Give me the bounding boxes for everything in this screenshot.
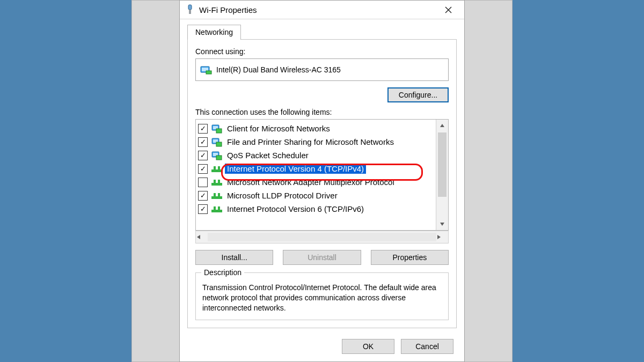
component-label: Internet Protocol Version 6 (TCP/IPv6) [225,204,366,214]
svg-rect-11 [216,129,222,133]
svg-rect-18 [211,169,222,172]
component-item[interactable]: ✓Internet Protocol Version 4 (TCP/IPv4) [198,162,436,175]
adapter-icon [185,4,195,15]
svg-marker-30 [440,124,444,127]
description-legend: Description [201,268,244,278]
tab-networking-panel: Connect using: Intel(R) Dual Band Wirele… [187,39,457,328]
items-label: This connection uses the following items… [195,108,449,116]
ok-button[interactable]: OK [342,339,394,354]
horizontal-scrollbar[interactable] [195,231,449,243]
component-item[interactable]: ✓QoS Packet Scheduler [198,149,436,162]
connect-using-label: Connect using: [195,47,449,56]
components-listbox[interactable]: ✓Client for Microsoft Networks✓File and … [195,119,449,231]
install-button[interactable]: Install... [195,250,273,265]
component-item[interactable]: ✓Internet Protocol Version 6 (TCP/IPv6) [198,202,436,216]
scroll-right-arrow-icon[interactable] [436,234,448,240]
component-label: Microsoft Network Adapter Multiplexor Pr… [225,177,397,187]
scroll-thumb[interactable] [438,132,447,197]
tab-networking[interactable]: Networking [187,25,241,40]
properties-button[interactable]: Properties [371,250,449,265]
svg-marker-33 [437,235,441,239]
svg-rect-21 [211,183,222,186]
description-group: Description Transmission Control Protoco… [195,272,449,320]
adapter-field[interactable]: Intel(R) Dual Band Wireless-AC 3165 [195,58,449,81]
hscroll-track[interactable] [208,233,436,241]
svg-rect-26 [218,193,220,197]
component-label: File and Printer Sharing for Microsoft N… [225,137,396,147]
close-button[interactable] [436,1,460,18]
description-text: Transmission Control Protocol/Internet P… [202,283,442,313]
component-label: Client for Microsoft Networks [225,123,332,134]
dialog-footer: OK Cancel [180,334,464,361]
svg-rect-8 [206,71,211,74]
svg-rect-24 [211,196,222,199]
component-checkbox[interactable]: ✓ [198,178,208,187]
component-checkbox[interactable]: ✓ [198,164,208,174]
svg-rect-20 [218,166,220,170]
svg-rect-22 [214,180,216,183]
component-item[interactable]: ✓Client for Microsoft Networks [198,122,436,135]
client-icon [211,124,222,134]
nic-icon [200,65,212,75]
uninstall-button: Uninstall [283,250,361,265]
adapter-name: Intel(R) Dual Band Wireless-AC 3165 [216,65,341,74]
component-buttons: Install... Uninstall Properties [195,250,449,265]
component-checkbox[interactable]: ✓ [198,204,208,214]
titlebar: Wi-Fi Properties [180,1,464,19]
scroll-left-arrow-icon[interactable] [196,234,208,240]
vertical-scrollbar[interactable] [436,120,448,230]
component-label: Microsoft LLDP Protocol Driver [225,190,340,201]
tabstrip: Networking [180,19,464,40]
scroll-up-arrow-icon[interactable] [436,120,448,131]
svg-rect-17 [216,156,222,160]
component-checkbox[interactable]: ✓ [198,124,208,134]
svg-marker-31 [440,223,444,226]
svg-marker-32 [197,235,200,239]
configure-button[interactable]: Configure... [387,87,449,102]
protocol-icon [211,164,222,174]
wifi-properties-dialog: Wi-Fi Properties Networking Connect usin… [179,0,465,362]
service-icon [211,151,222,160]
svg-rect-14 [216,142,222,146]
svg-rect-23 [218,180,220,183]
protocol-icon [211,191,222,201]
svg-rect-25 [214,193,216,197]
svg-rect-2 [188,5,192,10]
window-title: Wi-Fi Properties [199,5,436,14]
component-item[interactable]: ✓File and Printer Sharing for Microsoft … [198,135,436,149]
component-checkbox[interactable]: ✓ [198,151,208,160]
cancel-button[interactable]: Cancel [401,339,453,354]
service-icon [211,137,222,147]
component-item[interactable]: ✓Microsoft LLDP Protocol Driver [198,189,436,202]
svg-rect-29 [218,206,220,210]
component-checkbox[interactable]: ✓ [198,191,208,201]
svg-rect-19 [214,166,216,170]
component-checkbox[interactable]: ✓ [198,137,208,147]
screenshot-container: Wi-Fi Properties Networking Connect usin… [131,0,513,362]
component-item[interactable]: ✓Microsoft Network Adapter Multiplexor P… [198,175,436,189]
scroll-down-arrow-icon[interactable] [436,218,448,230]
protocol-icon [211,204,222,214]
component-label: Internet Protocol Version 4 (TCP/IPv4) [225,164,366,174]
svg-rect-3 [189,10,191,14]
svg-rect-28 [214,206,216,210]
component-label: QoS Packet Scheduler [225,150,311,160]
close-icon [445,6,452,13]
svg-rect-27 [211,210,222,212]
protocol-icon [211,178,222,187]
